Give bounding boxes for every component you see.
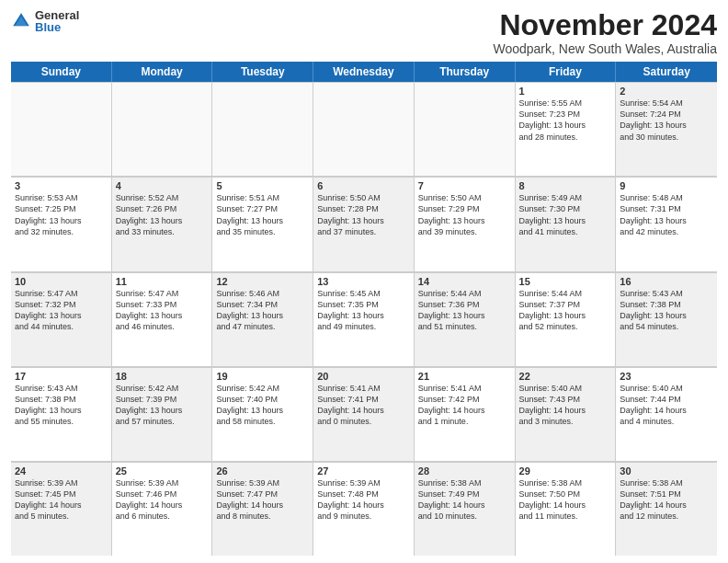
day-number: 1 [519, 86, 612, 97]
title-block: November 2024 Woodpark, New South Wales,… [493, 9, 717, 56]
calendar-cell: 7Sunrise: 5:50 AM Sunset: 7:29 PM Daylig… [415, 177, 516, 270]
day-number: 2 [620, 86, 713, 97]
day-number: 24 [15, 465, 108, 477]
day-info: Sunrise: 5:42 AM Sunset: 7:39 PM Dayligh… [116, 383, 209, 428]
day-number: 27 [317, 465, 410, 477]
day-info: Sunrise: 5:43 AM Sunset: 7:38 PM Dayligh… [15, 383, 108, 428]
calendar-cell [415, 82, 516, 176]
day-number: 20 [317, 371, 410, 382]
weekday-header: Tuesday [212, 62, 313, 82]
calendar-header: SundayMondayTuesdayWednesdayThursdayFrid… [11, 62, 717, 82]
day-info: Sunrise: 5:47 AM Sunset: 7:33 PM Dayligh… [116, 288, 209, 333]
day-info: Sunrise: 5:55 AM Sunset: 7:23 PM Dayligh… [519, 98, 612, 143]
calendar-cell: 23Sunrise: 5:40 AM Sunset: 7:44 PM Dayli… [616, 367, 717, 461]
day-number: 3 [15, 180, 108, 191]
day-info: Sunrise: 5:39 AM Sunset: 7:46 PM Dayligh… [116, 477, 209, 523]
day-info: Sunrise: 5:40 AM Sunset: 7:44 PM Dayligh… [620, 383, 713, 428]
calendar-cell: 15Sunrise: 5:44 AM Sunset: 7:37 PM Dayli… [516, 272, 617, 366]
calendar-row: 17Sunrise: 5:43 AM Sunset: 7:38 PM Dayli… [11, 367, 717, 462]
day-number: 28 [418, 465, 511, 477]
calendar-cell: 1Sunrise: 5:55 AM Sunset: 7:23 PM Daylig… [516, 82, 617, 176]
day-number: 18 [116, 371, 209, 382]
weekday-header: Sunday [11, 62, 112, 82]
calendar-cell: 11Sunrise: 5:47 AM Sunset: 7:33 PM Dayli… [112, 272, 213, 366]
day-number: 29 [519, 465, 612, 477]
month-title: November 2024 [493, 9, 717, 41]
calendar-cell [11, 82, 112, 176]
day-info: Sunrise: 5:50 AM Sunset: 7:29 PM Dayligh… [418, 192, 511, 237]
day-info: Sunrise: 5:51 AM Sunset: 7:27 PM Dayligh… [216, 192, 309, 237]
calendar-cell [313, 82, 415, 176]
calendar-cell: 18Sunrise: 5:42 AM Sunset: 7:39 PM Dayli… [112, 367, 213, 461]
calendar-body: 1Sunrise: 5:55 AM Sunset: 7:23 PM Daylig… [11, 82, 717, 556]
calendar-cell: 30Sunrise: 5:38 AM Sunset: 7:51 PM Dayli… [616, 462, 717, 556]
calendar-cell: 28Sunrise: 5:38 AM Sunset: 7:49 PM Dayli… [415, 462, 516, 556]
calendar-cell: 20Sunrise: 5:41 AM Sunset: 7:41 PM Dayli… [313, 367, 415, 461]
calendar-cell: 29Sunrise: 5:38 AM Sunset: 7:50 PM Dayli… [516, 462, 617, 556]
calendar-row: 3Sunrise: 5:53 AM Sunset: 7:25 PM Daylig… [11, 177, 717, 271]
day-info: Sunrise: 5:52 AM Sunset: 7:26 PM Dayligh… [116, 192, 209, 237]
day-number: 30 [620, 465, 713, 477]
day-info: Sunrise: 5:39 AM Sunset: 7:45 PM Dayligh… [15, 477, 108, 523]
calendar-cell: 17Sunrise: 5:43 AM Sunset: 7:38 PM Dayli… [11, 367, 112, 461]
calendar-cell: 10Sunrise: 5:47 AM Sunset: 7:32 PM Dayli… [11, 272, 112, 366]
day-number: 6 [317, 180, 410, 191]
calendar-cell: 9Sunrise: 5:48 AM Sunset: 7:31 PM Daylig… [616, 177, 717, 270]
day-info: Sunrise: 5:42 AM Sunset: 7:40 PM Dayligh… [216, 383, 309, 428]
day-number: 25 [116, 465, 209, 477]
calendar-cell: 12Sunrise: 5:46 AM Sunset: 7:34 PM Dayli… [212, 272, 313, 366]
day-info: Sunrise: 5:46 AM Sunset: 7:34 PM Dayligh… [216, 288, 309, 333]
calendar-cell: 8Sunrise: 5:49 AM Sunset: 7:30 PM Daylig… [516, 177, 617, 270]
day-number: 8 [519, 180, 612, 191]
day-info: Sunrise: 5:40 AM Sunset: 7:43 PM Dayligh… [519, 383, 612, 428]
calendar-cell: 3Sunrise: 5:53 AM Sunset: 7:25 PM Daylig… [11, 177, 112, 270]
day-number: 21 [418, 371, 511, 382]
calendar-cell: 19Sunrise: 5:42 AM Sunset: 7:40 PM Dayli… [212, 367, 313, 461]
calendar-row: 1Sunrise: 5:55 AM Sunset: 7:23 PM Daylig… [11, 82, 717, 177]
calendar-cell: 21Sunrise: 5:41 AM Sunset: 7:42 PM Dayli… [415, 367, 516, 461]
day-info: Sunrise: 5:49 AM Sunset: 7:30 PM Dayligh… [519, 192, 612, 237]
day-info: Sunrise: 5:54 AM Sunset: 7:24 PM Dayligh… [620, 98, 713, 143]
calendar-cell: 4Sunrise: 5:52 AM Sunset: 7:26 PM Daylig… [112, 177, 213, 270]
day-number: 9 [620, 180, 713, 191]
calendar-cell: 16Sunrise: 5:43 AM Sunset: 7:38 PM Dayli… [616, 272, 717, 366]
day-info: Sunrise: 5:45 AM Sunset: 7:35 PM Dayligh… [317, 288, 410, 333]
weekday-header: Thursday [415, 62, 516, 82]
location: Woodpark, New South Wales, Australia [493, 41, 717, 56]
day-number: 19 [216, 371, 309, 382]
calendar-cell: 27Sunrise: 5:39 AM Sunset: 7:48 PM Dayli… [313, 462, 415, 556]
day-info: Sunrise: 5:48 AM Sunset: 7:31 PM Dayligh… [620, 192, 713, 237]
day-info: Sunrise: 5:44 AM Sunset: 7:37 PM Dayligh… [519, 288, 612, 333]
day-number: 15 [519, 276, 612, 287]
calendar-cell: 22Sunrise: 5:40 AM Sunset: 7:43 PM Dayli… [516, 367, 617, 461]
day-info: Sunrise: 5:39 AM Sunset: 7:48 PM Dayligh… [317, 477, 410, 523]
day-number: 16 [620, 276, 713, 287]
weekday-header: Friday [516, 62, 617, 82]
day-number: 5 [216, 180, 309, 191]
page-header: General Blue November 2024 Woodpark, New… [11, 9, 717, 56]
calendar-row: 10Sunrise: 5:47 AM Sunset: 7:32 PM Dayli… [11, 272, 717, 367]
logo-text: General Blue [35, 9, 79, 33]
day-info: Sunrise: 5:44 AM Sunset: 7:36 PM Dayligh… [418, 288, 511, 333]
calendar-cell [212, 82, 313, 176]
calendar-cell: 2Sunrise: 5:54 AM Sunset: 7:24 PM Daylig… [616, 82, 717, 176]
day-info: Sunrise: 5:53 AM Sunset: 7:25 PM Dayligh… [15, 192, 108, 237]
day-number: 12 [216, 276, 309, 287]
calendar-cell: 26Sunrise: 5:39 AM Sunset: 7:47 PM Dayli… [212, 462, 313, 556]
day-info: Sunrise: 5:38 AM Sunset: 7:49 PM Dayligh… [418, 477, 511, 523]
calendar-cell: 25Sunrise: 5:39 AM Sunset: 7:46 PM Dayli… [112, 462, 213, 556]
day-number: 11 [116, 276, 209, 287]
calendar-cell: 14Sunrise: 5:44 AM Sunset: 7:36 PM Dayli… [415, 272, 516, 366]
page-container: General Blue November 2024 Woodpark, New… [0, 0, 728, 563]
day-info: Sunrise: 5:47 AM Sunset: 7:32 PM Dayligh… [15, 288, 108, 333]
day-number: 22 [519, 371, 612, 382]
day-number: 23 [620, 371, 713, 382]
calendar-cell: 5Sunrise: 5:51 AM Sunset: 7:27 PM Daylig… [212, 177, 313, 270]
day-info: Sunrise: 5:38 AM Sunset: 7:51 PM Dayligh… [620, 477, 713, 523]
day-number: 17 [15, 371, 108, 382]
day-number: 10 [15, 276, 108, 287]
day-number: 26 [216, 465, 309, 477]
calendar-row: 24Sunrise: 5:39 AM Sunset: 7:45 PM Dayli… [11, 462, 717, 556]
day-number: 14 [418, 276, 511, 287]
calendar-cell [112, 82, 213, 176]
